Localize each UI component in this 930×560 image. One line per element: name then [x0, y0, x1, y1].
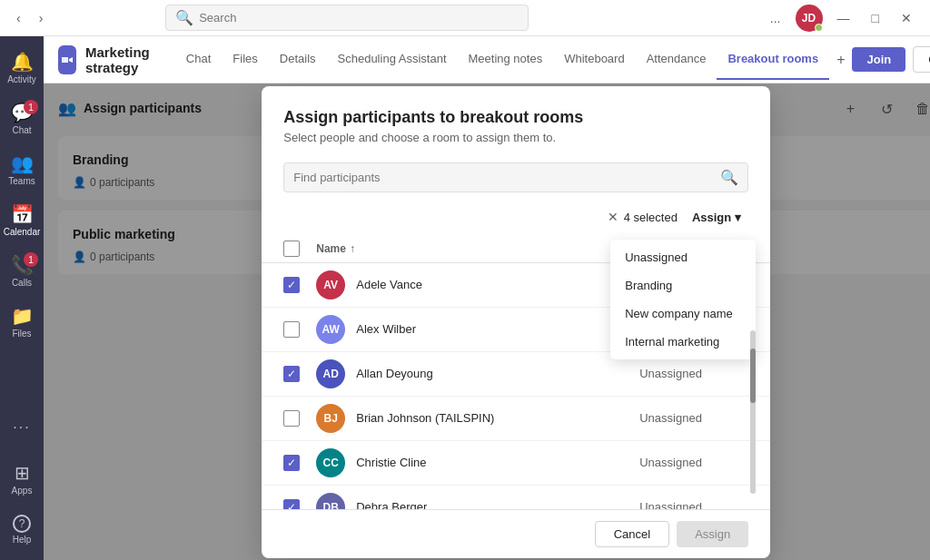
avatar[interactable]: JD	[796, 5, 823, 32]
participant-name-adele: Adele Vance	[356, 278, 628, 291]
cancel-button[interactable]: Cancel	[595, 521, 669, 547]
selected-badge: ✕ 4 selected	[608, 210, 678, 224]
participant-name-alex: Alex Wilber	[356, 322, 628, 336]
participant-search-input[interactable]	[293, 171, 713, 184]
tab-details[interactable]: Details	[269, 39, 327, 80]
breakout-content: 👥 Assign participants JD Branding ··· 👤 …	[44, 84, 930, 560]
participant-avatar-christie: CC	[316, 448, 345, 477]
sidebar-item-chat[interactable]: 💬 Chat 1	[0, 94, 44, 142]
modal-toolbar: ✕ 4 selected Assign ▾ Unassigned Brandin…	[262, 203, 770, 235]
sidebar-item-calendar[interactable]: 📅 Calendar	[0, 196, 44, 243]
participant-room-brian: Unassigned	[639, 411, 748, 425]
participant-checkbox-brian[interactable]	[283, 410, 300, 427]
table-row: ✓ CC Christie Cline Unassigned	[262, 441, 770, 486]
search-icon-modal: 🔍	[720, 169, 738, 186]
column-name[interactable]: Name ↑	[316, 242, 628, 255]
assign-dropdown-button[interactable]: Assign ▾	[685, 207, 748, 228]
maximize-button[interactable]: □	[865, 7, 886, 29]
select-all-checkbox[interactable]	[283, 241, 300, 257]
calendar-icon: 📅	[11, 203, 34, 225]
search-input[interactable]	[199, 11, 519, 25]
close-window-button[interactable]: ✕	[894, 7, 919, 29]
dropdown-item-unassigned[interactable]: Unassigned	[610, 243, 756, 271]
tab-attendance[interactable]: Attendance	[636, 39, 717, 80]
selected-count: 4 selected	[624, 211, 678, 224]
activity-icon: 🔔	[11, 51, 34, 73]
app-shell: 🔔 Activity 💬 Chat 1 👥 Teams 📅 Calendar 📞…	[0, 36, 930, 560]
top-nav: Marketing strategy Chat Files Details Sc…	[44, 36, 930, 84]
teams-icon: 👥	[11, 152, 34, 174]
participant-checkbox-adele[interactable]: ✓	[283, 277, 300, 293]
clear-selection-button[interactable]: ✕	[608, 210, 618, 224]
forward-button[interactable]: ›	[34, 7, 49, 29]
tab-meetingnotes[interactable]: Meeting notes	[458, 39, 554, 80]
sidebar-item-label: Help	[13, 535, 32, 545]
sidebar-item-calls[interactable]: 📞 Calls 1	[0, 247, 44, 294]
sidebar-item-label: Calendar	[4, 227, 41, 237]
close-meeting-button[interactable]: Close	[913, 46, 930, 73]
title-bar-right: ... JD — □ ✕	[763, 5, 919, 32]
assign-participants-modal: Assign participants to breakout rooms Se…	[262, 86, 770, 558]
chat-badge: 1	[24, 100, 38, 114]
tab-whiteboard[interactable]: Whiteboard	[553, 39, 635, 80]
meeting-icon	[58, 45, 76, 74]
participant-avatar-allan: AD	[316, 359, 345, 388]
modal-overlay: Assign participants to breakout rooms Se…	[44, 84, 930, 560]
sort-icon: ↑	[350, 242, 355, 255]
participant-checkbox-allan[interactable]: ✓	[283, 366, 300, 382]
minimize-button[interactable]: —	[830, 7, 857, 29]
participant-avatar-debra: DB	[316, 493, 345, 509]
modal-assign-button[interactable]: Assign	[677, 521, 748, 547]
sidebar-item-teams[interactable]: 👥 Teams	[0, 145, 44, 192]
sidebar-item-activity[interactable]: 🔔 Activity	[0, 44, 44, 91]
tab-breakout[interactable]: Breakout rooms	[717, 39, 829, 80]
more-options-button[interactable]: ...	[763, 7, 788, 29]
participant-checkbox-alex[interactable]	[283, 321, 300, 338]
modal-footer: Cancel Assign	[262, 509, 770, 558]
calls-badge: 1	[24, 252, 38, 267]
chevron-down-icon: ▾	[735, 211, 741, 224]
participant-checkbox-christie[interactable]: ✓	[283, 455, 300, 471]
participant-room-christie: Unassigned	[639, 456, 748, 469]
title-bar: ‹ › 🔍 ... JD — □ ✕	[0, 0, 930, 36]
tab-chat[interactable]: Chat	[175, 39, 222, 80]
sidebar-item-more[interactable]: ···	[0, 404, 44, 451]
participant-name-allan: Allan Deyoung	[356, 367, 628, 380]
participant-name-debra: Debra Berger	[356, 500, 628, 509]
dropdown-item-branding[interactable]: Branding	[610, 271, 756, 300]
participant-avatar-adele: AV	[316, 270, 345, 300]
modal-subtitle: Select people and choose a room to assig…	[283, 131, 748, 144]
sidebar-item-label: Chat	[12, 125, 31, 135]
back-button[interactable]: ‹	[11, 7, 26, 29]
sidebar-item-label: Apps	[12, 486, 33, 496]
sidebar-item-apps[interactable]: ⊞ Apps	[0, 455, 44, 502]
dropdown-item-new-company[interactable]: New company name	[610, 300, 756, 328]
title-bar-left: ‹ ›	[11, 7, 48, 29]
files-icon: 📁	[11, 305, 34, 327]
sidebar-item-files[interactable]: 📁 Files	[0, 298, 44, 345]
participant-name-brian: Brian Johnson (TAILSPIN)	[356, 411, 628, 425]
sidebar-item-help[interactable]: ? Help	[0, 506, 44, 553]
help-icon: ?	[13, 515, 31, 533]
status-dot	[815, 24, 823, 32]
modal-header: Assign participants to breakout rooms Se…	[262, 86, 770, 152]
sidebar-item-label: Teams	[8, 176, 35, 186]
main-content: Marketing strategy Chat Files Details Sc…	[44, 36, 930, 560]
sidebar-item-label: Calls	[12, 278, 32, 288]
participant-room-debra: Unassigned	[639, 500, 748, 509]
assign-label: Assign	[692, 211, 731, 224]
join-button[interactable]: Join	[852, 47, 905, 72]
sidebar: 🔔 Activity 💬 Chat 1 👥 Teams 📅 Calendar 📞…	[0, 36, 44, 560]
tab-scheduling[interactable]: Scheduling Assistant	[327, 39, 458, 80]
participant-room-allan: Unassigned	[639, 367, 748, 380]
table-row: BJ Brian Johnson (TAILSPIN) Unassigned	[262, 397, 770, 441]
modal-search-bar[interactable]: 🔍	[283, 162, 748, 192]
global-search-bar[interactable]: 🔍	[165, 5, 529, 31]
dropdown-scrollbar-thumb	[750, 349, 756, 403]
tab-files[interactable]: Files	[222, 39, 268, 80]
add-tab-button[interactable]: +	[829, 44, 852, 75]
participant-avatar-brian: BJ	[316, 404, 345, 433]
dropdown-item-internal[interactable]: Internal marketing	[610, 328, 756, 356]
participant-checkbox-debra[interactable]: ✓	[283, 499, 300, 509]
apps-icon: ⊞	[15, 462, 30, 484]
